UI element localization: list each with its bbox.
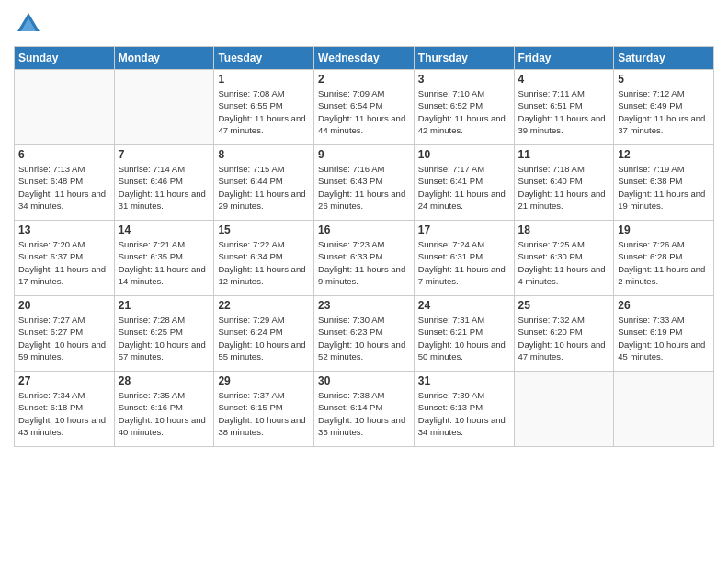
day-info: Sunrise: 7:37 AM Sunset: 6:15 PM Dayligh… <box>218 389 310 438</box>
header <box>14 9 714 39</box>
calendar-day-cell: 23Sunrise: 7:30 AM Sunset: 6:23 PM Dayli… <box>314 296 415 372</box>
logo <box>14 9 47 39</box>
calendar-body: 1Sunrise: 7:08 AM Sunset: 6:55 PM Daylig… <box>15 70 714 447</box>
day-of-week-header: Tuesday <box>214 47 314 70</box>
calendar-day-cell <box>514 372 614 447</box>
calendar-week-row: 1Sunrise: 7:08 AM Sunset: 6:55 PM Daylig… <box>15 70 714 145</box>
day-number: 24 <box>418 299 510 312</box>
calendar-day-cell: 9Sunrise: 7:16 AM Sunset: 6:43 PM Daylig… <box>314 145 415 221</box>
calendar-header: SundayMondayTuesdayWednesdayThursdayFrid… <box>15 47 714 70</box>
day-info: Sunrise: 7:10 AM Sunset: 6:52 PM Dayligh… <box>418 87 510 136</box>
day-number: 8 <box>218 148 310 161</box>
calendar-day-cell: 24Sunrise: 7:31 AM Sunset: 6:21 PM Dayli… <box>414 296 514 372</box>
day-info: Sunrise: 7:26 AM Sunset: 6:28 PM Dayligh… <box>618 238 710 287</box>
day-number: 3 <box>418 73 510 86</box>
calendar-day-cell: 28Sunrise: 7:35 AM Sunset: 6:16 PM Dayli… <box>114 372 214 447</box>
day-number: 11 <box>518 148 610 161</box>
day-number: 30 <box>318 374 410 387</box>
day-info: Sunrise: 7:20 AM Sunset: 6:37 PM Dayligh… <box>18 238 110 287</box>
calendar-day-cell: 15Sunrise: 7:22 AM Sunset: 6:34 PM Dayli… <box>214 221 314 296</box>
day-number: 14 <box>119 224 210 236</box>
calendar-week-row: 6Sunrise: 7:13 AM Sunset: 6:48 PM Daylig… <box>15 145 714 221</box>
calendar-day-cell: 22Sunrise: 7:29 AM Sunset: 6:24 PM Dayli… <box>214 296 314 372</box>
calendar-day-cell: 16Sunrise: 7:23 AM Sunset: 6:33 PM Dayli… <box>314 221 415 296</box>
day-number: 2 <box>318 73 410 86</box>
calendar-day-cell: 8Sunrise: 7:15 AM Sunset: 6:44 PM Daylig… <box>214 145 314 221</box>
day-info: Sunrise: 7:15 AM Sunset: 6:44 PM Dayligh… <box>218 163 310 212</box>
calendar-day-cell: 10Sunrise: 7:17 AM Sunset: 6:41 PM Dayli… <box>414 145 514 221</box>
day-info: Sunrise: 7:14 AM Sunset: 6:46 PM Dayligh… <box>119 163 210 212</box>
page: SundayMondayTuesdayWednesdayThursdayFrid… <box>0 0 728 563</box>
calendar-day-cell: 12Sunrise: 7:19 AM Sunset: 6:38 PM Dayli… <box>614 145 714 221</box>
day-number: 29 <box>218 374 310 387</box>
day-info: Sunrise: 7:29 AM Sunset: 6:24 PM Dayligh… <box>218 314 310 362</box>
calendar-day-cell <box>614 372 714 447</box>
day-info: Sunrise: 7:34 AM Sunset: 6:18 PM Dayligh… <box>18 389 110 438</box>
calendar-day-cell: 13Sunrise: 7:20 AM Sunset: 6:37 PM Dayli… <box>15 221 115 296</box>
day-info: Sunrise: 7:25 AM Sunset: 6:30 PM Dayligh… <box>518 238 610 287</box>
day-of-week-header: Thursday <box>414 47 514 70</box>
calendar-day-cell <box>114 70 214 145</box>
day-info: Sunrise: 7:22 AM Sunset: 6:34 PM Dayligh… <box>218 238 310 287</box>
day-number: 5 <box>618 73 710 86</box>
day-info: Sunrise: 7:13 AM Sunset: 6:48 PM Dayligh… <box>18 163 110 212</box>
day-number: 21 <box>119 299 210 312</box>
calendar-day-cell: 14Sunrise: 7:21 AM Sunset: 6:35 PM Dayli… <box>114 221 214 296</box>
day-of-week-header: Sunday <box>15 47 115 70</box>
calendar-day-cell: 19Sunrise: 7:26 AM Sunset: 6:28 PM Dayli… <box>614 221 714 296</box>
calendar-day-cell: 11Sunrise: 7:18 AM Sunset: 6:40 PM Dayli… <box>514 145 614 221</box>
day-info: Sunrise: 7:28 AM Sunset: 6:25 PM Dayligh… <box>119 314 210 362</box>
day-info: Sunrise: 7:38 AM Sunset: 6:14 PM Dayligh… <box>318 389 410 438</box>
day-number: 13 <box>18 224 110 236</box>
calendar-day-cell: 20Sunrise: 7:27 AM Sunset: 6:27 PM Dayli… <box>15 296 115 372</box>
calendar-day-cell: 26Sunrise: 7:33 AM Sunset: 6:19 PM Dayli… <box>614 296 714 372</box>
calendar-day-cell: 18Sunrise: 7:25 AM Sunset: 6:30 PM Dayli… <box>514 221 614 296</box>
calendar-day-cell: 1Sunrise: 7:08 AM Sunset: 6:55 PM Daylig… <box>214 70 314 145</box>
day-of-week-header: Friday <box>514 47 614 70</box>
day-number: 10 <box>418 148 510 161</box>
calendar-day-cell: 27Sunrise: 7:34 AM Sunset: 6:18 PM Dayli… <box>15 372 115 447</box>
calendar-day-cell: 2Sunrise: 7:09 AM Sunset: 6:54 PM Daylig… <box>314 70 415 145</box>
calendar-day-cell: 3Sunrise: 7:10 AM Sunset: 6:52 PM Daylig… <box>414 70 514 145</box>
day-info: Sunrise: 7:30 AM Sunset: 6:23 PM Dayligh… <box>318 314 410 362</box>
day-info: Sunrise: 7:11 AM Sunset: 6:51 PM Dayligh… <box>518 87 610 136</box>
day-info: Sunrise: 7:17 AM Sunset: 6:41 PM Dayligh… <box>418 163 510 212</box>
day-of-week-header: Wednesday <box>314 47 415 70</box>
day-info: Sunrise: 7:27 AM Sunset: 6:27 PM Dayligh… <box>18 314 110 362</box>
day-number: 23 <box>318 299 410 312</box>
calendar-day-cell: 7Sunrise: 7:14 AM Sunset: 6:46 PM Daylig… <box>114 145 214 221</box>
day-number: 26 <box>618 299 710 312</box>
day-info: Sunrise: 7:31 AM Sunset: 6:21 PM Dayligh… <box>418 314 510 362</box>
day-number: 28 <box>119 374 210 387</box>
calendar-day-cell: 31Sunrise: 7:39 AM Sunset: 6:13 PM Dayli… <box>414 372 514 447</box>
day-info: Sunrise: 7:33 AM Sunset: 6:19 PM Dayligh… <box>618 314 710 362</box>
day-info: Sunrise: 7:24 AM Sunset: 6:31 PM Dayligh… <box>418 238 510 287</box>
day-number: 15 <box>218 224 310 236</box>
calendar-day-cell: 21Sunrise: 7:28 AM Sunset: 6:25 PM Dayli… <box>114 296 214 372</box>
days-of-week-row: SundayMondayTuesdayWednesdayThursdayFrid… <box>15 47 714 70</box>
logo-icon <box>14 9 43 39</box>
day-number: 18 <box>518 224 610 236</box>
day-number: 1 <box>218 73 310 86</box>
day-info: Sunrise: 7:08 AM Sunset: 6:55 PM Dayligh… <box>218 87 310 136</box>
day-info: Sunrise: 7:21 AM Sunset: 6:35 PM Dayligh… <box>119 238 210 287</box>
day-info: Sunrise: 7:39 AM Sunset: 6:13 PM Dayligh… <box>418 389 510 438</box>
calendar-day-cell: 25Sunrise: 7:32 AM Sunset: 6:20 PM Dayli… <box>514 296 614 372</box>
day-number: 22 <box>218 299 310 312</box>
day-info: Sunrise: 7:18 AM Sunset: 6:40 PM Dayligh… <box>518 163 610 212</box>
day-info: Sunrise: 7:35 AM Sunset: 6:16 PM Dayligh… <box>119 389 210 438</box>
day-of-week-header: Monday <box>114 47 214 70</box>
day-number: 12 <box>618 148 710 161</box>
day-number: 9 <box>318 148 410 161</box>
calendar-day-cell: 17Sunrise: 7:24 AM Sunset: 6:31 PM Dayli… <box>414 221 514 296</box>
calendar-week-row: 20Sunrise: 7:27 AM Sunset: 6:27 PM Dayli… <box>15 296 714 372</box>
calendar-day-cell: 29Sunrise: 7:37 AM Sunset: 6:15 PM Dayli… <box>214 372 314 447</box>
day-info: Sunrise: 7:09 AM Sunset: 6:54 PM Dayligh… <box>318 87 410 136</box>
day-number: 25 <box>518 299 610 312</box>
day-number: 7 <box>119 148 210 161</box>
day-number: 4 <box>518 73 610 86</box>
day-info: Sunrise: 7:32 AM Sunset: 6:20 PM Dayligh… <box>518 314 610 362</box>
day-number: 6 <box>18 148 110 161</box>
day-number: 16 <box>318 224 410 236</box>
calendar-day-cell <box>15 70 115 145</box>
